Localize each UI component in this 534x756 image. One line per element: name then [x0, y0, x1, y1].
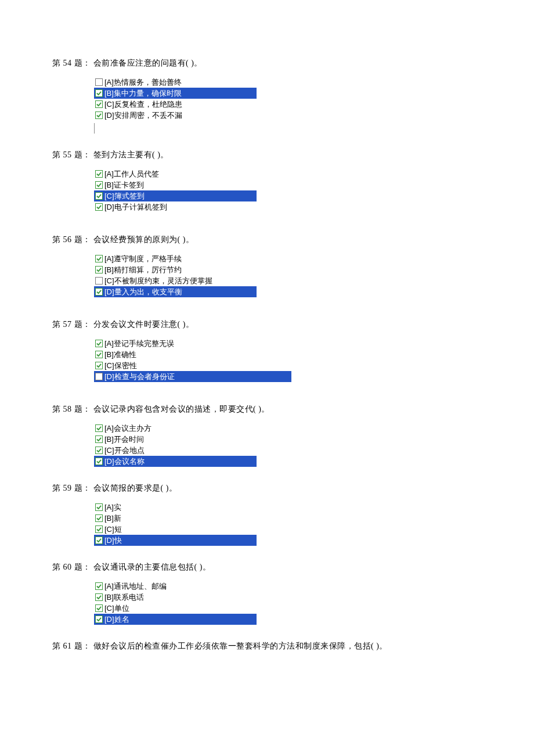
option-label: [B]精打细算，厉行节约 — [104, 264, 182, 275]
options-container: [A]登记手续完整无误[B]准确性[C]保密性[D]检查与会者身份证 — [94, 338, 482, 382]
option-label: [A]工作人员代签 — [104, 168, 159, 179]
option-row[interactable]: [A]实 — [94, 502, 482, 513]
checkbox-checked-icon[interactable] — [95, 288, 103, 296]
checkbox-checked-icon[interactable] — [95, 435, 103, 443]
option-row[interactable]: [D]姓名 — [94, 614, 257, 625]
option-row[interactable]: [D]快 — [94, 535, 257, 546]
option-row[interactable]: [A]遵守制度，严格手续 — [94, 253, 482, 264]
question-number: 第 55 题： — [52, 150, 91, 159]
option-label: [C]保密性 — [104, 360, 137, 371]
checkbox-unchecked-icon[interactable] — [95, 373, 103, 380]
option-row[interactable]: [D]检查与会者身份证 — [94, 371, 291, 382]
checkbox-unchecked-icon[interactable] — [95, 277, 103, 285]
option-row[interactable]: [B]联系电话 — [94, 592, 482, 603]
options-container: [A]遵守制度，严格手续[B]精打细算，厉行节约[C]不被制度约束，灵活方便掌握… — [94, 253, 482, 297]
option-row[interactable]: [C]保密性 — [94, 360, 482, 371]
question-title: 第 61 题： 做好会议后的检查催办工作必须依靠一整套科学的方法和制度来保障，包… — [52, 641, 482, 651]
checkbox-checked-icon[interactable] — [95, 514, 103, 522]
checkbox-checked-icon[interactable] — [95, 266, 103, 273]
option-label: [B]开会时间 — [104, 434, 144, 445]
option-row[interactable]: [C]簿式签到 — [94, 190, 257, 201]
question-title: 第 58 题： 会议记录内容包含对会议的描述，即要交代( )。 — [52, 404, 482, 415]
question-number: 第 57 题： — [52, 320, 91, 329]
option-row[interactable]: [A]工作人员代签 — [94, 168, 482, 179]
option-label: [D]快 — [104, 535, 122, 546]
checkbox-checked-icon[interactable] — [95, 537, 103, 544]
checkbox-checked-icon[interactable] — [95, 192, 103, 200]
option-row[interactable]: [D]安排周密，不丢不漏 — [94, 110, 482, 121]
question-text: 分发会议文件时要注意( )。 — [91, 320, 194, 329]
question-text: 签到方法主要有( )。 — [91, 150, 169, 159]
option-row[interactable]: [C]不被制度约束，灵活方便掌握 — [94, 275, 482, 286]
checkbox-checked-icon[interactable] — [95, 458, 103, 465]
option-row[interactable]: [D]电子计算机签到 — [94, 201, 482, 213]
checkbox-checked-icon[interactable] — [95, 340, 103, 347]
option-label: [B]新 — [104, 513, 121, 524]
option-row[interactable]: [B]集中力量，确保时限 — [94, 88, 257, 99]
checkbox-checked-icon[interactable] — [95, 604, 103, 612]
option-row[interactable]: [B]准确性 — [94, 349, 482, 360]
option-label: [D]姓名 — [104, 614, 129, 625]
checkbox-checked-icon[interactable] — [95, 424, 103, 432]
question-number: 第 59 题： — [52, 484, 91, 492]
question-number: 第 54 题： — [52, 59, 91, 67]
question-number: 第 61 题： — [52, 642, 91, 650]
option-row[interactable]: [A]登记手续完整无误 — [94, 338, 482, 349]
options-container: [A]会议主办方[B]开会时间[C]开会地点[D]会议名称 — [94, 423, 482, 467]
option-label: [A]通讯地址、邮编 — [104, 581, 167, 592]
option-label: [A]会议主办方 — [104, 423, 151, 434]
option-label: [A]登记手续完整无误 — [104, 338, 174, 349]
question-block: 第 56 题： 会议经费预算的原则为( )。[A]遵守制度，严格手续[B]精打细… — [52, 235, 482, 297]
question-number: 第 56 题： — [52, 235, 91, 244]
option-row[interactable]: [A]热情服务，善始善终 — [94, 77, 482, 88]
option-row[interactable]: [B]新 — [94, 513, 482, 524]
checkbox-checked-icon[interactable] — [95, 351, 103, 358]
option-row[interactable]: [C]短 — [94, 524, 482, 535]
option-row[interactable]: [A]会议主办方 — [94, 423, 482, 434]
option-row[interactable]: [B]证卡签到 — [94, 179, 482, 190]
option-row[interactable]: [D]量入为出，收支平衡 — [94, 286, 257, 297]
checkbox-checked-icon[interactable] — [95, 525, 103, 533]
options-container: [A]实[B]新[C]短[D]快 — [94, 502, 482, 546]
option-label: [C]单位 — [104, 603, 129, 614]
checkbox-checked-icon[interactable] — [95, 181, 103, 189]
checkbox-checked-icon[interactable] — [95, 503, 103, 511]
checkbox-checked-icon[interactable] — [95, 255, 103, 262]
checkbox-checked-icon[interactable] — [95, 170, 103, 178]
checkbox-checked-icon[interactable] — [95, 89, 103, 97]
option-label: [B]集中力量，确保时限 — [104, 88, 182, 99]
checkbox-checked-icon[interactable] — [95, 582, 103, 590]
option-row[interactable]: [B]精打细算，厉行节约 — [94, 264, 482, 275]
option-label: [C]簿式签到 — [104, 190, 145, 201]
option-row[interactable]: [A]通讯地址、邮编 — [94, 581, 482, 592]
option-label: [C]开会地点 — [104, 445, 145, 456]
checkbox-checked-icon[interactable] — [95, 100, 103, 108]
divider-line — [94, 123, 482, 134]
question-title: 第 56 题： 会议经费预算的原则为( )。 — [52, 235, 482, 245]
checkbox-checked-icon[interactable] — [95, 362, 103, 369]
option-label: [B]联系电话 — [104, 592, 144, 603]
question-block: 第 54 题： 会前准备应注意的问题有( )。[A]热情服务，善始善终[B]集中… — [52, 58, 482, 134]
checkbox-checked-icon[interactable] — [95, 447, 103, 454]
checkbox-unchecked-icon[interactable] — [95, 78, 103, 86]
option-label: [C]短 — [104, 524, 122, 535]
option-row[interactable]: [B]开会时间 — [94, 434, 482, 445]
option-label: [D]检查与会者身份证 — [104, 371, 175, 382]
checkbox-checked-icon[interactable] — [95, 615, 103, 623]
question-title: 第 60 题： 会议通讯录的主要信息包括( )。 — [52, 562, 482, 573]
option-label: [A]遵守制度，严格手续 — [104, 253, 182, 264]
option-label: [C]反复检查，杜绝隐患 — [104, 99, 182, 110]
option-label: [D]会议名称 — [104, 456, 145, 467]
option-label: [A]热情服务，善始善终 — [104, 77, 182, 88]
option-row[interactable]: [C]反复检查，杜绝隐患 — [94, 99, 482, 110]
question-block: 第 59 题： 会议简报的要求是( )。[A]实[B]新[C]短[D]快 — [52, 483, 482, 546]
checkbox-checked-icon[interactable] — [95, 593, 103, 601]
option-row[interactable]: [C]单位 — [94, 603, 482, 614]
question-text: 会议通讯录的主要信息包括( )。 — [91, 563, 211, 571]
checkbox-checked-icon[interactable] — [95, 203, 103, 211]
option-row[interactable]: [C]开会地点 — [94, 445, 482, 456]
option-label: [A]实 — [104, 502, 121, 513]
checkbox-checked-icon[interactable] — [95, 111, 103, 119]
question-title: 第 55 题： 签到方法主要有( )。 — [52, 150, 482, 160]
option-row[interactable]: [D]会议名称 — [94, 456, 257, 467]
